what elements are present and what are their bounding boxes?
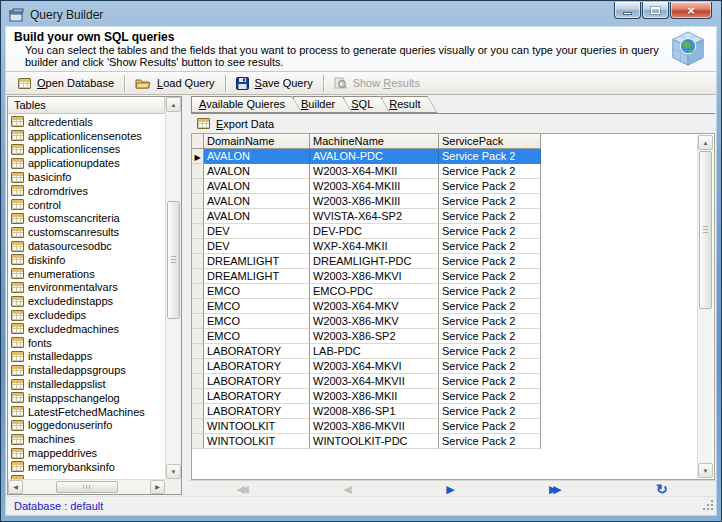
table-item-latestfetchedmachines[interactable]: LatestFetchedMachines [8,405,165,419]
table-item-applicationlicensenotes[interactable]: applicationlicensenotes [8,129,165,143]
table-item-excludedmachines[interactable]: excludedmachines [8,322,165,336]
open-database-button[interactable]: Open Database [9,73,123,94]
scroll-up-icon[interactable]: ▲ [166,97,181,112]
column-header-servicepack[interactable]: ServicePack [439,134,541,149]
table-item-basicinfo[interactable]: basicinfo [8,170,165,184]
table-row[interactable]: WINTOOLKITW2003-X86-MKVIIService Pack 2 [192,419,541,434]
result-toolbar: Export Data [191,114,715,133]
table-row[interactable]: LABORATORYW2003-X64-MKVIIService Pack 2 [192,374,541,389]
table-row[interactable]: WINTOOLKITWINTOOLKIT-PDCService Pack 2 [192,434,541,449]
row-indicator [192,164,204,179]
table-item-applicationupdates[interactable]: applicationupdates [8,156,165,170]
tab-available-quieres[interactable]: Available Quieres [191,96,302,113]
scroll-right-icon[interactable]: ▶ [150,480,165,494]
scroll-down-icon[interactable]: ▼ [166,464,181,479]
table-row[interactable]: AVALONWVISTA-X64-SP2Service Pack 2 [192,209,541,224]
table-item-cdromdrives[interactable]: cdromdrives [8,184,165,198]
export-data-button[interactable]: Export Data [191,115,280,133]
grid-cell: Service Pack 2 [439,419,541,434]
tables-scroll-thumb[interactable] [167,201,180,319]
table-row[interactable]: EMCOW2003-X86-MKVService Pack 2 [192,314,541,329]
row-indicator-header [192,134,204,149]
close-button[interactable]: × [670,2,712,19]
resize-grip[interactable] [702,500,713,511]
table-icon [11,351,24,362]
tables-horizontal-scrollbar[interactable]: ◀ ▶ [8,479,165,494]
row-indicator [192,374,204,389]
table-item-loggedonuserinfo[interactable]: loggedonuserinfo [8,419,165,433]
table-item-customscancriteria[interactable]: customscancriteria [8,212,165,226]
table-row[interactable]: AVALONW2003-X64-MKIIIService Pack 2 [192,179,541,194]
table-item-datasourcesodbc[interactable]: datasourcesodbc [8,239,165,253]
tables-hscroll-thumb[interactable] [56,481,118,493]
minimize-button[interactable] [614,2,641,19]
table-item-fonts[interactable]: fonts [8,336,165,350]
table-icon [11,213,24,224]
table-row[interactable]: LABORATORYW2003-X86-MKIIService Pack 2 [192,389,541,404]
table-item-applicationlicenses[interactable]: applicationlicenses [8,143,165,157]
table-item-memorybanksinfo[interactable]: memorybanksinfo [8,460,165,474]
save-query-button[interactable]: Save Query [227,73,322,94]
table-row[interactable]: LABORATORYW2003-X64-MKVIService Pack 2 [192,359,541,374]
table-row[interactable]: DEVWXP-X64-MKIIService Pack 2 [192,239,541,254]
tables-vertical-scrollbar[interactable]: ▲ ▼ [165,97,181,479]
table-row[interactable]: ▶AVALONAVALON-PDCService Pack 2 [192,149,541,164]
row-indicator [192,254,204,269]
load-query-button[interactable]: Load Query [126,73,224,94]
grid-cell: W2003-X86-MKIII [310,194,439,209]
table-row[interactable]: EMCOEMCO-PDCService Pack 2 [192,284,541,299]
page-header: Build your own SQL queries You can selec… [6,27,716,72]
table-item-excludedips[interactable]: excludedips [8,308,165,322]
row-indicator [192,344,204,359]
scroll-down-icon[interactable]: ▼ [698,463,713,478]
table-row[interactable]: LABORATORYW2008-X86-SP1Service Pack 2 [192,404,541,419]
app-window-icon[interactable] [9,8,24,22]
table-item-label: mappeddrives [28,447,97,459]
grid-scroll-thumb[interactable] [699,151,712,309]
table-item-control[interactable]: control [8,198,165,212]
grid-cell: WINTOOLKIT [204,434,310,449]
table-item-installedappslist[interactable]: installedappslist [8,377,165,391]
table-row[interactable]: DREAMLIGHTDREAMLIGHT-PDCService Pack 2 [192,254,541,269]
show-results-magnifier-icon [334,77,347,90]
table-item-label: excludedmachines [28,323,119,335]
table-item-installedapps[interactable]: installedapps [8,350,165,364]
table-row[interactable]: AVALONW2003-X86-MKIIIService Pack 2 [192,194,541,209]
nav-refresh-button[interactable]: ↻ [656,482,668,496]
table-item-installedappsgroups[interactable]: installedappsgroups [8,363,165,377]
grid-cell: WVISTA-X64-SP2 [310,209,439,224]
table-icon [11,448,24,459]
table-row[interactable]: EMCOW2003-X64-MKVService Pack 2 [192,299,541,314]
scroll-up-icon[interactable]: ▲ [698,135,713,150]
column-header-machinename[interactable]: MachineName [310,134,439,149]
table-item-mappeddrives[interactable]: mappeddrives [8,446,165,460]
table-row[interactable]: LABORATORYLAB-PDCService Pack 2 [192,344,541,359]
table-icon [11,379,24,390]
grid-vertical-scrollbar[interactable]: ▲ ▼ [697,135,713,478]
table-item-customscanresults[interactable]: customscanresults [8,225,165,239]
table-row[interactable]: DREAMLIGHTW2003-X86-MKVIService Pack 2 [192,269,541,284]
scroll-grip [703,226,708,233]
row-indicator [192,314,204,329]
table-item-diskinfo[interactable]: diskinfo [8,253,165,267]
nav-last-button[interactable]: ▶▶ [549,482,562,496]
table-item-machines[interactable]: machines [8,432,165,446]
table-item-label: excludedips [28,309,86,321]
table-item-instappschangelog[interactable]: instappschangelog [8,391,165,405]
table-row[interactable]: EMCOW2003-X86-SP2Service Pack 2 [192,329,541,344]
column-header-domainname[interactable]: DomainName [204,134,310,149]
table-row[interactable]: AVALONW2003-X64-MKIIService Pack 2 [192,164,541,179]
titlebar[interactable]: Query Builder × [2,2,720,27]
grid-cell: AVALON [204,209,310,224]
table-item-altcredentials[interactable]: altcredentials [8,115,165,129]
table-icon [11,406,24,417]
table-item-excludedinstapps[interactable]: excludedinstapps [8,294,165,308]
table-item-enumerations[interactable]: enumerations [8,267,165,281]
maximize-button[interactable] [642,2,669,19]
scroll-left-icon[interactable]: ◀ [8,480,23,494]
table-item-environmentalvars[interactable]: environmentalvars [8,281,165,295]
grid-cell: Service Pack 2 [439,389,541,404]
table-row[interactable]: DEVDEV-PDCService Pack 2 [192,224,541,239]
nav-next-button[interactable]: ▶ [446,482,454,496]
tables-panel-title: Tables [14,99,46,111]
